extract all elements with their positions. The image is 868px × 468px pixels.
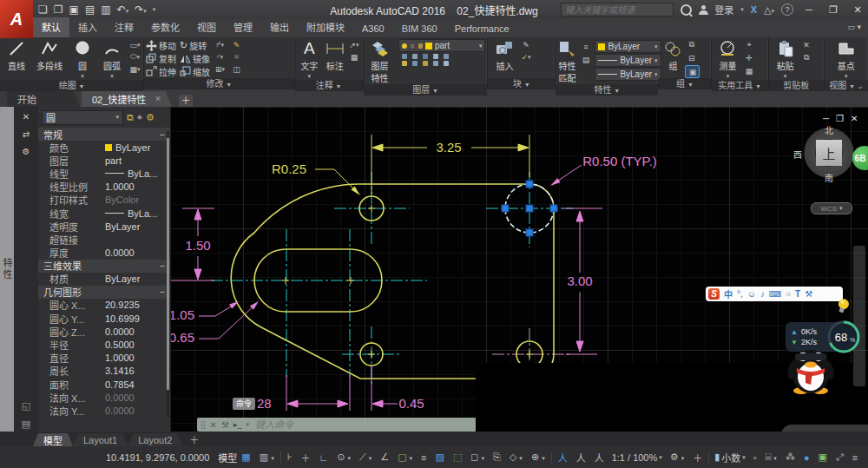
grid-display-icon[interactable]: ▦ [237,452,254,463]
chevron-down-icon[interactable]: ▾ [110,73,114,80]
tab-bim360[interactable]: BIM 360 [393,21,446,37]
section-header-general[interactable]: 常规− [38,128,170,141]
layer-tool-icon[interactable] [444,61,449,66]
erase-tool-icon[interactable]: ✎ [230,39,243,50]
panel-label-clipboard[interactable]: 剪贴板 [769,80,824,91]
measure-button[interactable]: 测量▾ [713,39,743,80]
chevron-down-icon[interactable]: ▾ [246,421,249,428]
prop-row-lineweight[interactable]: 线宽ByLa... [38,207,170,220]
group-edit-icon[interactable]: ⊟ [685,52,698,63]
chevron-down-icon[interactable]: ▾ [740,6,744,13]
help-search-input[interactable] [561,3,674,16]
cmdline-grip-icon[interactable]: ⣿ [201,420,206,429]
palette-bottom-icon[interactable]: ◱ [22,400,30,412]
qat-customize-icon[interactable]: ▾ [153,6,156,13]
lightbulb-icon[interactable] [835,297,851,316]
signin-button[interactable]: 登录 [714,3,733,16]
mirror-button[interactable]: 镜像 [180,52,210,65]
prop-row-normal-x[interactable]: 法向 X...0.0000 [38,391,170,404]
keyboard-icon[interactable]: ⌨ [769,289,781,299]
close-button[interactable]: ✕ [849,4,866,16]
prop-row-radius[interactable]: 半径0.5000 [38,338,170,351]
tab-output[interactable]: 输出 [261,17,298,37]
annotation-scale-icon[interactable]: 人 [590,451,608,465]
polar-tracking-icon[interactable]: ⊙ ▾ [332,452,355,463]
prop-row-center-z[interactable]: 圆心 Z...0.0000 [38,325,170,338]
ellipse-tool-icon[interactable]: ⬭ ▾ [128,51,141,63]
input-method-toolbar[interactable]: S 中 °, ☺ ♪ ⌨ ⌗ T ⚒ [706,287,843,301]
object-type-dropdown[interactable]: 圆 ▾ [42,110,123,125]
mic-icon[interactable]: ♪ [760,289,765,299]
tab-layout2[interactable]: Layout2 [128,433,182,446]
layer-tool-icon[interactable] [444,54,449,59]
block-attrib-icon[interactable]: ✓ ▾ [519,51,532,63]
cmdline-close-icon[interactable]: ✕ [210,420,217,430]
cut-icon[interactable]: ✕ [800,39,813,50]
prop-row-center-y[interactable]: 圆心 Y...10.6999 [38,312,170,325]
idpoint-icon[interactable]: ⌖ [743,39,756,50]
units-display[interactable]: ▮小数▾ [711,451,749,465]
viewcube-south-label[interactable]: 南 [825,171,833,184]
fullscreen-icon[interactable]: ⤢ [832,452,848,463]
panel-label-annotate[interactable]: 注释 ▼ [295,80,363,91]
gear-icon[interactable]: ⚙ [146,112,155,123]
viewcube-north-label[interactable]: 北 [825,123,833,136]
arc-button[interactable]: 圆弧▾ [97,39,127,80]
scale-display[interactable]: 1:1 / 100%▾ [608,452,666,463]
ungroup-icon[interactable]: ⧉ [685,39,698,50]
exchange-apps-icon[interactable]: X [751,4,757,15]
chevron-down-icon[interactable]: ▾ [727,73,730,80]
polyline-button[interactable]: 多段线 [31,39,68,72]
section-header-3d[interactable]: 三维效果− [38,260,170,273]
panel-label-block[interactable]: 块 ▼ [488,78,555,89]
select-objects-icon[interactable]: ⌖ [137,112,142,123]
tab-manage[interactable]: 管理 [225,17,261,37]
toolbox-wrench-icon[interactable]: ⚒ [805,289,812,299]
ortho-icon[interactable]: ∟ [314,452,332,463]
file-tab-start[interactable]: 开始 [7,91,80,107]
layer-properties-button[interactable]: 图层特性 [365,39,395,84]
lineweight-list-icon[interactable]: ≡ [579,41,592,52]
lock-ui-icon[interactable]: ⁂ [781,452,799,463]
prop-row-area[interactable]: 面积0.7854 [38,378,170,391]
plus-icon[interactable]: ＋ [688,451,707,465]
dynamic-ucs-icon[interactable]: ⎘ [489,452,505,463]
signin-avatar-icon[interactable] [699,5,707,14]
chinese-mode-icon[interactable]: 中 [724,287,733,300]
layer-tool-icon[interactable] [423,61,428,66]
palette-scrollbar[interactable] [167,131,169,418]
restore-icon[interactable]: ❐ [836,114,844,123]
layer-tool-icon[interactable] [412,54,418,59]
saveas-icon[interactable]: ▤ [85,3,95,16]
move-button[interactable]: 移动 [146,39,176,52]
prop-row-ltscale[interactable]: 线型比例1.0000 [38,181,170,194]
collapse-icon[interactable]: − [160,287,165,297]
circle-button[interactable]: 圆▾ [68,39,97,80]
prop-row-circumference[interactable]: 周长3.1416 [38,365,170,378]
skin-icon[interactable]: ⌗ [786,289,791,300]
gizmo-icon[interactable]: ⊕ ▾ [527,452,549,463]
dynamic-input-icon[interactable]: ＋ [296,451,314,465]
prop-row-transparency[interactable]: 透明度ByLayer [38,220,170,233]
prop-row-normal-y[interactable]: 法向 Y...0.0000 [38,404,170,417]
chevron-down-icon[interactable]: ▾ [308,73,312,80]
panel-label-view[interactable]: 视图 ▼ ⌄ [825,80,868,91]
table-tool-icon[interactable]: ▦ [348,51,361,63]
layer-tool-icon[interactable] [402,61,407,66]
stretch-button[interactable]: 拉伸 [146,65,176,78]
3dosnap-icon[interactable]: ◻ ▾ [466,452,489,463]
minimize-icon[interactable]: ─ [823,114,829,123]
filter-icon[interactable]: ◇ ▾ [505,452,527,463]
section-header-geometry[interactable]: 几何图形− [38,286,170,299]
paste-button[interactable]: 粘贴▾ [771,39,800,80]
panel-label-draw[interactable]: 绘图 ▼ [0,80,143,91]
gear-icon[interactable]: ⚙ [23,147,30,156]
layer-tool-icon[interactable] [433,54,438,59]
layer-tool-icon[interactable] [423,54,428,59]
prop-row-linetype[interactable]: 线型ByLa... [38,167,170,180]
help-icon[interactable]: ? [781,3,793,16]
gear-icon[interactable]: ⚙ ▾ [666,452,688,463]
prop-row-plotstyle[interactable]: 打印样式ByColor [38,194,170,207]
panel-label-utilities[interactable]: 实用工具 ▼ [712,80,768,91]
basepoint-button[interactable]: 基点▾ [832,39,861,80]
